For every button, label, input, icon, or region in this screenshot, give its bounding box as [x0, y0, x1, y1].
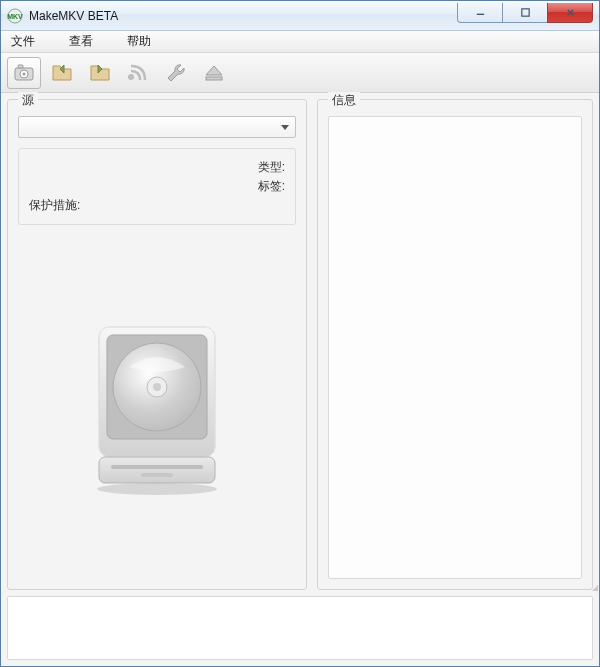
window-controls	[458, 3, 599, 23]
close-button[interactable]	[547, 3, 593, 23]
svg-rect-18	[99, 457, 215, 483]
titlebar[interactable]: MKV MakeMKV BETA	[1, 1, 599, 31]
minimize-button[interactable]	[457, 3, 503, 23]
source-group: 源 类型: 标签: 保护措施:	[7, 99, 307, 590]
chevron-down-icon	[281, 125, 289, 130]
info-textarea[interactable]	[328, 116, 582, 579]
svg-point-8	[23, 72, 26, 75]
svg-point-11	[97, 483, 217, 495]
panels-row: 源 类型: 标签: 保护措施:	[7, 99, 593, 590]
client-area: 源 类型: 标签: 保护措施:	[1, 93, 599, 666]
drive-image-button[interactable]	[18, 235, 296, 579]
stream-button[interactable]	[121, 57, 155, 89]
wrench-icon	[164, 61, 188, 85]
svg-rect-3	[521, 8, 528, 15]
app-icon: MKV	[7, 8, 23, 24]
toolbar	[1, 53, 599, 93]
menu-view[interactable]: 查看	[65, 31, 97, 52]
camera-icon	[12, 61, 36, 85]
info-legend: 信息	[328, 92, 360, 109]
svg-text:MKV: MKV	[7, 13, 23, 20]
stream-icon	[126, 61, 150, 85]
resize-grip-icon[interactable]	[592, 579, 598, 591]
save-folder-button[interactable]	[83, 57, 117, 89]
svg-rect-20	[141, 473, 173, 477]
info-group: 信息	[317, 99, 593, 590]
log-panel[interactable]	[7, 596, 593, 660]
menu-file[interactable]: 文件	[7, 31, 39, 52]
type-label: 类型:	[258, 159, 285, 176]
svg-rect-19	[111, 465, 203, 469]
protection-label: 保护措施:	[29, 197, 80, 214]
eject-icon	[202, 61, 226, 85]
app-window: MKV MakeMKV BETA 文件 查看 帮助	[0, 0, 600, 667]
window-title: MakeMKV BETA	[29, 9, 118, 23]
settings-button[interactable]	[159, 57, 193, 89]
svg-point-17	[153, 383, 161, 391]
source-legend: 源	[18, 92, 38, 109]
optical-drive-icon	[77, 317, 237, 497]
tag-label: 标签:	[258, 178, 285, 195]
menubar: 文件 查看 帮助	[1, 31, 599, 53]
svg-rect-10	[206, 77, 222, 80]
folder-out-icon	[88, 61, 112, 85]
menu-help[interactable]: 帮助	[123, 31, 155, 52]
open-disc-button[interactable]	[7, 57, 41, 89]
source-combobox[interactable]	[18, 116, 296, 138]
svg-rect-9	[18, 65, 23, 68]
maximize-button[interactable]	[502, 3, 548, 23]
eject-button[interactable]	[197, 57, 231, 89]
open-folder-button[interactable]	[45, 57, 79, 89]
folder-in-icon	[50, 61, 74, 85]
source-details: 类型: 标签: 保护措施:	[18, 148, 296, 225]
